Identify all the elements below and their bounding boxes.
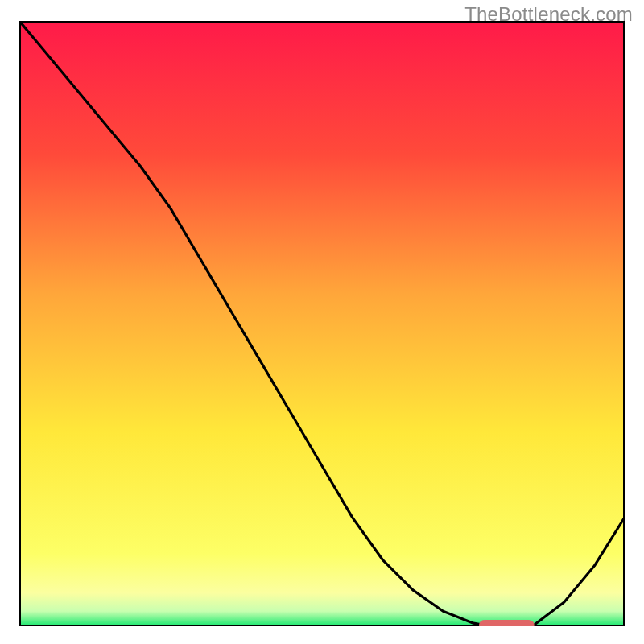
chart-background [19, 21, 625, 626]
bottleneck-chart [19, 21, 625, 626]
optimal-marker [480, 621, 535, 627]
